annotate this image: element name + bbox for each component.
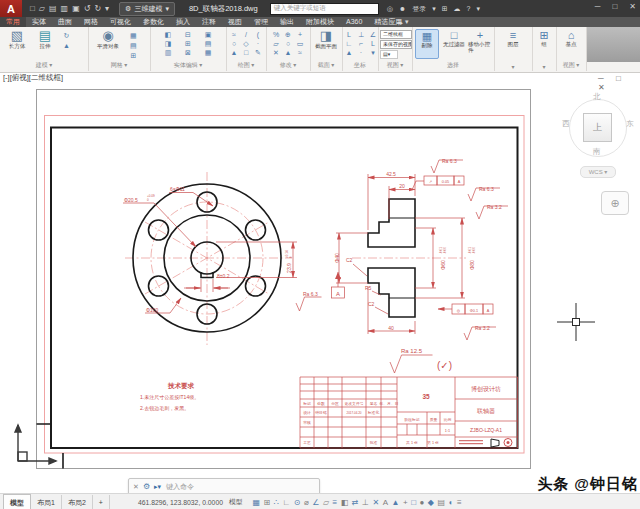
mesh-icon[interactable]: ▦ <box>130 31 137 41</box>
navigation-wheel-button[interactable]: ⊕ <box>601 191 629 215</box>
solid-edit-icon[interactable]: ⊟ <box>178 30 198 39</box>
mesh-icon[interactable]: ⊞ <box>130 51 137 61</box>
mesh-icon[interactable]: ▤ <box>130 41 137 51</box>
panel-label-modeling[interactable]: 建模 ▾ <box>0 61 88 70</box>
modify-icon[interactable]: + <box>294 30 306 39</box>
modeling-icon[interactable]: ▲ <box>63 41 70 51</box>
box-button[interactable]: ▧ 长方体 <box>3 29 31 49</box>
panel-label-view[interactable]: 视图 ▾ <box>378 61 412 70</box>
ucs-tool-icon[interactable]: ∟ <box>343 39 355 48</box>
drawing-window-controls[interactable]: ─ □ ✕ <box>598 74 640 92</box>
solid-edit-icon[interactable]: ▥ <box>158 48 178 57</box>
minimize-button[interactable]: ─ <box>595 2 601 11</box>
autocad-logo-icon[interactable]: A <box>0 0 22 17</box>
modeling-icon[interactable]: ↻ <box>63 31 70 41</box>
view-tool-icon[interactable]: ▤▾ <box>380 50 398 59</box>
app-store-icon[interactable]: ⊞ <box>442 5 448 13</box>
ribbon-tab[interactable]: 常用 <box>0 17 26 27</box>
ribbon-tab[interactable]: 输出 <box>274 17 300 27</box>
modify-icon[interactable]: ▱ <box>270 39 282 48</box>
annotation-visibility-icon[interactable]: A <box>383 498 388 507</box>
ucs-tool-icon[interactable]: · <box>355 48 367 57</box>
save-as-icon[interactable]: ▥ <box>61 4 69 13</box>
command-input[interactable]: 键入命令 <box>166 482 194 492</box>
visual-style-dropdown[interactable]: 二维线框 <box>380 30 412 39</box>
draw-icon[interactable]: / <box>240 30 252 39</box>
ribbon-tab[interactable]: 插入 <box>170 17 196 27</box>
ribbon-tab[interactable]: 实体 <box>26 17 52 27</box>
viewcube-south[interactable]: 南 <box>593 147 601 157</box>
dynamic-ucs-icon[interactable]: ✕ <box>373 498 380 507</box>
modify-icon[interactable]: % <box>270 30 282 39</box>
chevron-down-icon[interactable]: ▾ <box>432 5 436 13</box>
undo-icon[interactable]: ↺ <box>84 4 91 13</box>
ribbon-tab[interactable]: 视图 <box>222 17 248 27</box>
ribbon-tab[interactable]: 网格 <box>78 17 104 27</box>
panel-label-layers[interactable]: ▾ <box>494 63 532 70</box>
ortho-icon[interactable]: ∟ <box>282 498 290 507</box>
ucs-tool-icon[interactable]: ⊥ <box>355 30 367 39</box>
save-icon[interactable]: ▤ <box>49 4 57 13</box>
layout-tab[interactable]: 布局2 <box>62 495 93 509</box>
solid-edit-icon[interactable]: ▤ <box>198 39 218 48</box>
redo-icon[interactable]: ↻ <box>94 4 101 13</box>
panel-label-mesh[interactable]: 网格 ▾ <box>88 61 150 70</box>
modify-icon[interactable]: ⊕ <box>282 30 294 39</box>
chevron-down-icon[interactable]: ▾ <box>476 5 480 13</box>
signin-button[interactable]: 登录 <box>412 4 426 14</box>
panel-label-section[interactable]: 截面 ▾ <box>310 61 342 70</box>
draw-icon[interactable]: ✎ <box>252 48 264 57</box>
layout-tab[interactable]: + <box>93 495 110 509</box>
grid-icon[interactable]: ▦ <box>253 498 261 507</box>
ribbon-tab[interactable]: A360 <box>340 17 368 27</box>
basepoint-button[interactable]: ⌂ 基点 <box>560 29 582 47</box>
snap-icon[interactable]: ⊞ <box>264 498 271 507</box>
viewcube-top-face[interactable]: 上 <box>583 113 612 142</box>
culling-button[interactable]: ▦ 剔除 <box>415 29 439 59</box>
smooth-object-button[interactable]: ◉ 平滑对象 <box>92 29 124 49</box>
panel-label-groups[interactable]: ▾ <box>532 63 556 70</box>
quick-properties-icon[interactable]: ▤ <box>438 498 446 507</box>
annotation-scale-icon[interactable]: + <box>403 498 408 507</box>
solid-edit-icon[interactable]: ▦ <box>198 48 218 57</box>
draw-icon[interactable]: ◇ <box>240 39 252 48</box>
autoscale-icon[interactable]: ▲ <box>392 498 400 507</box>
panel-label-draw[interactable]: 绘图 ▾ <box>226 61 266 70</box>
infer-constraints-icon[interactable]: ∴ <box>274 498 279 507</box>
modify-icon[interactable]: ○ <box>282 39 294 48</box>
viewcube-west[interactable]: 西 <box>562 119 570 129</box>
lineweight-icon[interactable]: ≡ <box>333 498 338 507</box>
draw-icon[interactable]: ○ <box>228 39 240 48</box>
panel-label-view2[interactable]: 视图 ▾ <box>556 61 586 70</box>
ribbon-tab[interactable]: 注释 <box>196 17 222 27</box>
restore-button[interactable]: □ <box>612 2 617 11</box>
drawing-canvas[interactable]: .ko{stroke:#1b1b1b;fill:none;stroke-widt… <box>0 72 640 493</box>
panel-label-coordinates[interactable]: 坐标 <box>342 61 378 70</box>
section-plane-button[interactable]: ◨ 截面平面 <box>312 29 340 49</box>
solid-edit-icon[interactable]: ⊞ <box>178 39 198 48</box>
solid-edit-icon[interactable]: ⊠ <box>178 48 198 57</box>
autodesk-cloud-icon[interactable]: ☁ <box>454 5 461 13</box>
ribbon-tab[interactable]: 曲面 <box>52 17 78 27</box>
annotation-monitor-icon[interactable]: ● <box>420 498 425 507</box>
workspace-switch-icon[interactable]: □ <box>411 498 416 507</box>
modify-icon[interactable]: ▭ <box>294 39 306 48</box>
draw-icon[interactable]: □ <box>240 48 252 57</box>
panel-label-modify[interactable]: 修改 ▾ <box>266 61 310 70</box>
no-filter-button[interactable]: □ 无过滤器 <box>442 29 466 47</box>
move-gizmo-button[interactable]: + 移动小控件 <box>468 29 492 53</box>
viewport-controls[interactable]: [-][俯视][二维线框] <box>3 73 63 83</box>
wcs-dropdown[interactable]: WCS ▾ <box>580 166 616 178</box>
new-file-icon[interactable]: □ <box>30 4 35 13</box>
modify-icon[interactable]: ≈ <box>294 48 306 57</box>
draw-icon[interactable]: ▲ <box>228 48 240 57</box>
draw-icon[interactable]: ( <box>252 30 264 39</box>
modify-icon[interactable]: ✕ <box>270 48 282 57</box>
layout-tab[interactable]: 布局1 <box>31 495 62 509</box>
isolate-objects-icon[interactable]: ◐ <box>449 498 454 507</box>
ribbon-tab[interactable]: 可视化 <box>104 17 137 27</box>
user-icon[interactable]: ☻ <box>399 5 406 12</box>
solid-edit-icon[interactable]: ◧ <box>158 30 178 39</box>
layout-tab[interactable]: 模型 <box>3 494 31 509</box>
groups-button[interactable]: ⊞ 组 <box>534 29 554 47</box>
